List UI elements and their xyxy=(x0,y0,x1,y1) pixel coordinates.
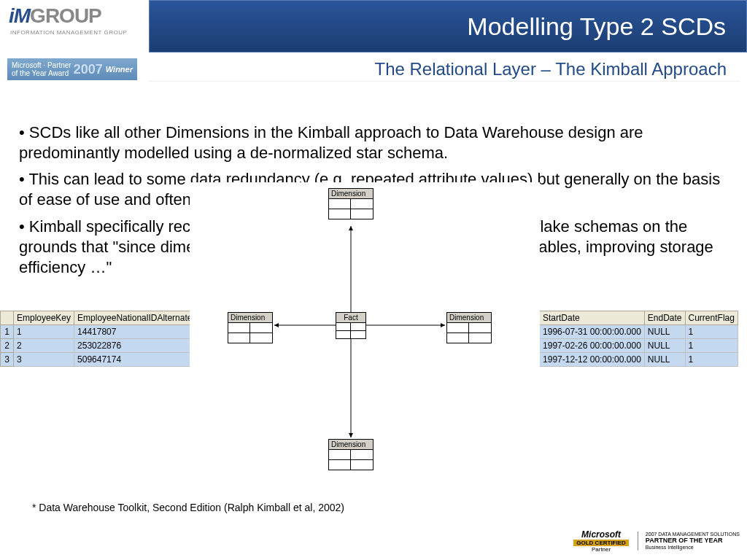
ms-gold-badge: Microsoft GOLD CERTIFIED Partner xyxy=(573,529,629,553)
badge-text: Microsoft · Partner of the Year Award xyxy=(12,61,74,77)
slide-title: Modelling Type 2 SCDs xyxy=(149,0,747,52)
dimension-right: Dimension xyxy=(446,312,492,343)
col-blank xyxy=(1,311,14,325)
slide-subtitle: The Relational Layer – The Kimball Appro… xyxy=(149,57,740,82)
badge-year: 2007 xyxy=(74,62,103,77)
award-badge: Microsoft · Partner of the Year Award 20… xyxy=(7,58,137,80)
fact-center: Fact xyxy=(336,312,366,339)
dimension-left: Dimension xyxy=(228,312,273,343)
col-employeekey: EmployeeKey xyxy=(14,311,74,325)
slide-header: iMGROUP INFORMATION MANAGEMENT GROUP Mod… xyxy=(0,0,747,52)
bullet-1: • SCDs like all other Dimensions in the … xyxy=(19,122,727,163)
footer-logos: Microsoft GOLD CERTIFIED Partner 2007 DA… xyxy=(573,529,740,553)
dimension-bottom: Dimension xyxy=(328,439,374,470)
col-enddate: EndDate xyxy=(644,311,685,325)
employee-table-left: EmployeeKey EmployeeNationalIDAlternate … xyxy=(0,311,196,367)
logo: iMGROUP xyxy=(9,4,101,28)
footnote: * Data Warehouse Toolkit, Second Edition… xyxy=(32,502,344,513)
star-schema-diagram: Dimension Dimension Dimension Dimension … xyxy=(190,182,540,489)
col-nationalid: EmployeeNationalIDAlternate xyxy=(74,311,196,325)
logo-group: GROUP xyxy=(30,4,101,27)
logo-subtitle: INFORMATION MANAGEMENT GROUP xyxy=(10,29,127,36)
badge-winner: Winner xyxy=(106,65,133,74)
logo-im: iM xyxy=(9,4,30,27)
dimension-top: Dimension xyxy=(328,188,374,219)
partner-of-year-badge: 2007 DATA MANAGEMENT SOLUTIONS PARTNER O… xyxy=(638,532,740,550)
col-currentflag: CurrentFlag xyxy=(685,311,738,325)
col-startdate: StartDate xyxy=(540,311,645,325)
